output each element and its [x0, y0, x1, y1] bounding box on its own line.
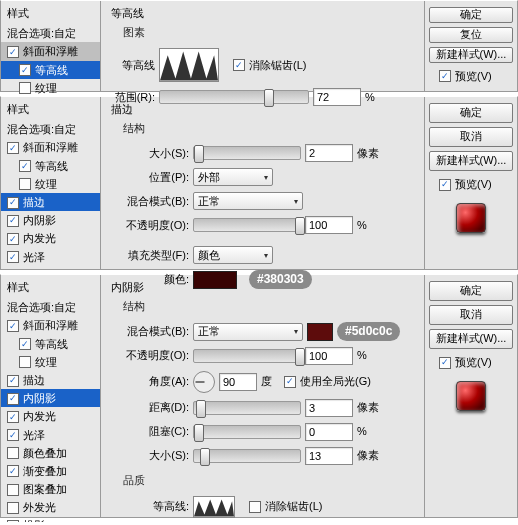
sidebar-item-blend[interactable]: 混合选项:自定 — [1, 24, 100, 42]
blendmode-select[interactable]: 正常▾ — [193, 323, 303, 341]
preview-label: 预览(V) — [455, 70, 492, 83]
opacity-slider[interactable] — [193, 349, 301, 363]
sidebar-item-stroke[interactable]: 描边 — [1, 193, 100, 211]
preview-checkbox[interactable] — [439, 70, 451, 82]
side-buttons: 确定 取消 新建样式(W)... 预览(V) — [425, 275, 517, 517]
angle-dial[interactable] — [193, 371, 215, 393]
newstyle-button[interactable]: 新建样式(W)... — [429, 47, 513, 63]
preview-checkbox[interactable] — [439, 357, 451, 369]
preview-checkbox[interactable] — [439, 179, 451, 191]
side-buttons: 确定 取消 新建样式(W)... 预览(V) — [425, 97, 517, 269]
antialias-checkbox[interactable] — [249, 501, 261, 513]
choke-slider[interactable] — [193, 425, 301, 439]
opacity-input[interactable] — [305, 216, 353, 234]
sidebar-item-contour[interactable]: 等高线 — [1, 335, 100, 353]
shadow-color[interactable] — [307, 323, 333, 341]
chevron-down-icon: ▾ — [264, 251, 268, 261]
panel-innershadow: 样式 混合选项:自定 斜面和浮雕 等高线 纹理 描边 内阴影 内发光 光泽 颜色… — [0, 274, 518, 518]
sidebar-item-color[interactable]: 颜色叠加 — [1, 444, 100, 462]
sidebar-item-dropshadow[interactable]: 投影 — [1, 516, 100, 522]
position-select[interactable]: 外部▾ — [193, 168, 273, 186]
ok-button[interactable]: 确定 — [429, 103, 513, 123]
side-buttons: 确定 复位 新建样式(W)... 预览(V) — [425, 1, 517, 91]
antialias-checkbox[interactable] — [233, 59, 245, 71]
reset-button[interactable]: 复位 — [429, 27, 513, 43]
panel-stroke: 样式 混合选项:自定 斜面和浮雕 等高线 纹理 描边 内阴影 内发光 光泽 描边… — [0, 96, 518, 270]
newstyle-button[interactable]: 新建样式(W)... — [429, 329, 513, 349]
sidebar-item-blend[interactable]: 混合选项:自定 — [1, 120, 100, 138]
sidebar-item-satin[interactable]: 光泽 — [1, 248, 100, 266]
contour-picker[interactable] — [159, 48, 219, 82]
color-badge: #5d0c0c — [337, 322, 400, 340]
preview-swatch — [456, 381, 486, 411]
preview-swatch — [456, 203, 486, 233]
size-slider[interactable] — [193, 449, 301, 463]
settings-innershadow: 内阴影 结构 混合模式(B):正常▾#5d0c0c 不透明度(O):% 角度(A… — [101, 275, 425, 517]
label-contour: 等高线 — [109, 59, 155, 72]
sidebar-item-bevel[interactable]: 斜面和浮雕 — [1, 316, 100, 334]
sidebar-item-innerglow[interactable]: 内发光 — [1, 407, 100, 425]
newstyle-button[interactable]: 新建样式(W)... — [429, 151, 513, 171]
sidebar-item-innerglow[interactable]: 内发光 — [1, 229, 100, 247]
chevron-down-icon: ▾ — [294, 327, 298, 337]
sidebar-item-bevel[interactable]: 斜面和浮雕 — [1, 138, 100, 156]
angle-input[interactable] — [219, 373, 257, 391]
sidebar-item-bevel[interactable]: 斜面和浮雕 — [1, 42, 100, 60]
sidebar-item-satin[interactable]: 光泽 — [1, 426, 100, 444]
sidebar-item-pattern[interactable]: 图案叠加 — [1, 480, 100, 498]
size-input[interactable] — [305, 144, 353, 162]
group-title: 等高线 — [109, 5, 416, 24]
ok-button[interactable]: 确定 — [429, 281, 513, 301]
settings-contour: 等高线 图素 等高线 消除锯齿(L) 范围(R): % — [101, 1, 425, 91]
sidebar-item-outerglow[interactable]: 外发光 — [1, 498, 100, 516]
sidebar-item-contour[interactable]: 等高线 — [1, 157, 100, 175]
check-icon — [19, 82, 31, 94]
sidebar-item-stroke[interactable]: 描边 — [1, 371, 100, 389]
check-icon — [7, 46, 19, 58]
group-sub: 图素 — [109, 24, 416, 45]
sidebar-item-innershadow[interactable]: 内阴影 — [1, 389, 100, 407]
sidebar-item-texture[interactable]: 纹理 — [1, 175, 100, 193]
sidebar-item-texture[interactable]: 纹理 — [1, 79, 100, 97]
sidebar-title: 样式 — [1, 5, 100, 24]
cancel-button[interactable]: 取消 — [429, 305, 513, 325]
panel-contour: 样式 混合选项:自定 斜面和浮雕 等高线 纹理 等高线 图素 等高线 消除锯齿(… — [0, 0, 518, 92]
sidebar-item-innershadow[interactable]: 内阴影 — [1, 211, 100, 229]
opacity-input[interactable] — [305, 347, 353, 365]
sidebar: 样式 混合选项:自定 斜面和浮雕 等高线 纹理 描边 内阴影 内发光 光泽 颜色… — [1, 275, 101, 517]
ok-button[interactable]: 确定 — [429, 7, 513, 23]
antialias-label: 消除锯齿(L) — [249, 59, 306, 72]
sidebar-item-contour[interactable]: 等高线 — [1, 61, 100, 79]
sidebar: 样式 混合选项:自定 斜面和浮雕 等高线 纹理 — [1, 1, 101, 91]
range-slider[interactable] — [159, 90, 309, 104]
globallight-checkbox[interactable] — [284, 376, 296, 388]
choke-input[interactable] — [305, 423, 353, 441]
check-icon — [19, 64, 31, 76]
sidebar-item-gradient[interactable]: 渐变叠加 — [1, 462, 100, 480]
sidebar-item-blend[interactable]: 混合选项:自定 — [1, 298, 100, 316]
filltype-select[interactable]: 颜色▾ — [193, 246, 273, 264]
chevron-down-icon: ▾ — [264, 173, 268, 183]
opacity-slider[interactable] — [193, 218, 301, 232]
blendmode-select[interactable]: 正常▾ — [193, 192, 303, 210]
settings-stroke: 描边 结构 大小(S):像素 位置(P):外部▾ 混合模式(B):正常▾ 不透明… — [101, 97, 425, 269]
contour-picker[interactable] — [193, 496, 235, 518]
distance-input[interactable] — [305, 399, 353, 417]
chevron-down-icon: ▾ — [294, 197, 298, 207]
cancel-button[interactable]: 取消 — [429, 127, 513, 147]
sidebar-item-texture[interactable]: 纹理 — [1, 353, 100, 371]
size-slider[interactable] — [193, 146, 301, 160]
distance-slider[interactable] — [193, 401, 301, 415]
size-input[interactable] — [305, 447, 353, 465]
sidebar: 样式 混合选项:自定 斜面和浮雕 等高线 纹理 描边 内阴影 内发光 光泽 — [1, 97, 101, 269]
